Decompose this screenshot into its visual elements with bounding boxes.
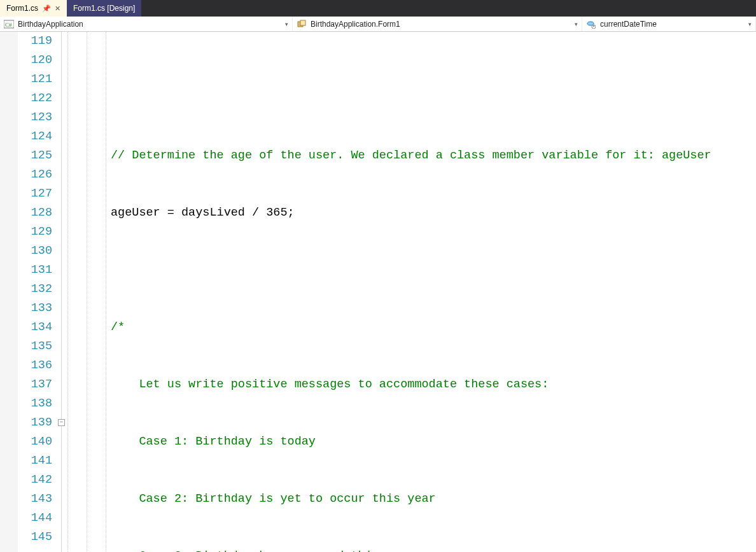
indent-guide — [106, 32, 106, 552]
indent-guide — [67, 32, 68, 552]
code-text: ageUser = daysLived / 365; — [111, 206, 295, 219]
close-icon[interactable]: ✕ — [55, 4, 60, 13]
line-number: 142 — [18, 471, 52, 490]
line-number: 135 — [18, 337, 52, 356]
chevron-down-icon: ▾ — [575, 21, 578, 27]
line-number: 129 — [18, 223, 52, 242]
nav-member-label: currentDateTime — [600, 20, 657, 29]
line-number: 122 — [18, 89, 52, 108]
outline-line — [61, 32, 62, 552]
line-number: 123 — [18, 108, 52, 127]
line-number: 136 — [18, 356, 52, 375]
code-text: Let us write positive messages to accomm… — [111, 378, 549, 391]
line-number: 132 — [18, 280, 52, 299]
line-number: 144 — [18, 509, 52, 528]
field-icon — [586, 19, 596, 29]
outline-margin[interactable]: − — [57, 32, 66, 552]
line-number: 121 — [18, 70, 52, 89]
line-number: 141 — [18, 452, 52, 471]
tab-label: Form1.cs — [6, 4, 38, 13]
nav-class-dropdown[interactable]: BirthdayApplication.Form1 ▾ — [293, 17, 582, 31]
line-number: 133 — [18, 299, 52, 318]
indent-guide — [87, 32, 87, 552]
code-text: Case 1: Birthday is today — [111, 435, 316, 448]
collapse-toggle[interactable]: − — [58, 419, 65, 426]
svg-rect-3 — [300, 20, 305, 25]
nav-project-dropdown[interactable]: C# BirthdayApplication ▾ — [0, 17, 293, 31]
line-number: 128 — [18, 204, 52, 223]
line-number: 131 — [18, 261, 52, 280]
line-number: 130 — [18, 242, 52, 261]
svg-text:C#: C# — [5, 22, 12, 28]
chevron-down-icon: ▾ — [285, 21, 288, 27]
nav-project-label: BirthdayApplication — [18, 20, 83, 29]
line-number: 126 — [18, 165, 52, 184]
line-number: 139 — [18, 413, 52, 432]
code-editor[interactable]: 1191201211221231241251261271281291301311… — [0, 32, 756, 552]
code-area[interactable]: // Determine the age of the user. We dec… — [66, 32, 756, 552]
class-icon — [297, 19, 307, 29]
line-number: 140 — [18, 432, 52, 452]
tab-form1-design[interactable]: Form1.cs [Design] — [67, 0, 141, 17]
line-number: 124 — [18, 127, 52, 146]
breakpoint-margin[interactable] — [0, 32, 18, 552]
code-text: Case 3: Birthday has occurred this year — [111, 549, 414, 552]
line-number: 145 — [18, 528, 52, 547]
line-number: 119 — [18, 32, 52, 51]
document-tabstrip: Form1.cs 📌 ✕ Form1.cs [Design] — [0, 0, 756, 17]
code-text: Case 2: Birthday is yet to occur this ye… — [111, 492, 436, 506]
tab-label: Form1.cs [Design] — [73, 4, 135, 13]
line-number: 125 — [18, 146, 52, 165]
tab-form1-cs[interactable]: Form1.cs 📌 ✕ — [0, 0, 67, 17]
line-number-gutter: 1191201211221231241251261271281291301311… — [18, 32, 57, 552]
nav-member-dropdown[interactable]: currentDateTime ▾ — [582, 17, 756, 31]
line-number: 137 — [18, 375, 52, 394]
pin-icon[interactable]: 📌 — [42, 4, 51, 13]
code-text: // Determine the age of the user. We dec… — [111, 149, 711, 162]
line-number: 138 — [18, 394, 52, 413]
line-number: 143 — [18, 490, 52, 509]
line-number: 134 — [18, 318, 52, 337]
navigation-bar: C# BirthdayApplication ▾ BirthdayApplica… — [0, 17, 756, 32]
line-number: 120 — [18, 51, 52, 70]
csharp-project-icon: C# — [4, 19, 14, 29]
nav-class-label: BirthdayApplication.Form1 — [311, 20, 400, 29]
code-text: /* — [111, 321, 125, 334]
svg-rect-6 — [593, 25, 594, 27]
chevron-down-icon: ▾ — [748, 21, 752, 27]
line-number: 127 — [18, 184, 52, 204]
